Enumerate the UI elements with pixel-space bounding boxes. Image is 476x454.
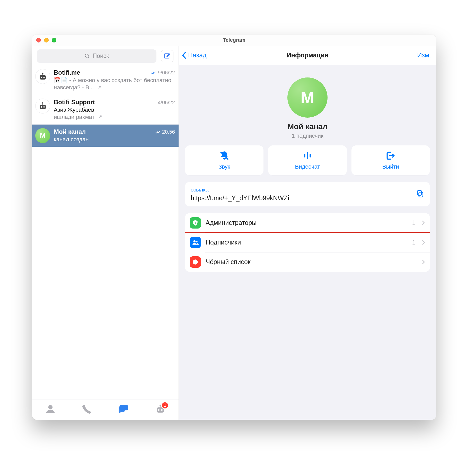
search-input[interactable]: Поиск: [37, 49, 156, 63]
channel-name: Мой канал: [287, 122, 328, 131]
chevron-right-icon: [422, 221, 425, 225]
compose-icon: [164, 53, 171, 60]
chat-preview: 📅📄 - А можно у вас создать бот бесплатно…: [54, 77, 175, 91]
chevron-right-icon: [422, 260, 425, 264]
avatar-letter: М: [40, 132, 46, 139]
read-status-icon: [155, 130, 161, 134]
subscribers-icon: [190, 237, 201, 248]
row-label: Администраторы: [206, 219, 408, 226]
tab-contacts[interactable]: [45, 404, 56, 415]
svg-point-0: [85, 54, 88, 57]
channel-subtitle: 1 подписчик: [292, 133, 323, 139]
leave-icon: [385, 151, 396, 161]
svg-point-13: [48, 405, 53, 409]
action-row: Звук Видеочат Выйти: [185, 145, 430, 175]
tab-bots-badge: 1: [162, 402, 168, 408]
svg-rect-22: [310, 154, 311, 157]
svg-rect-20: [304, 154, 305, 157]
svg-point-18: [161, 409, 163, 411]
chat-name: Botifi Support: [54, 99, 95, 106]
svg-point-12: [43, 106, 45, 107]
svg-point-17: [158, 409, 160, 411]
info-body: М Мой канал 1 подписчик Звук Видеочат: [179, 65, 436, 420]
avatar: [35, 99, 50, 114]
invite-link-label: ссылка: [191, 187, 424, 193]
svg-rect-21: [307, 152, 308, 159]
blacklist-icon: [190, 256, 201, 268]
tab-bots[interactable]: 1: [155, 404, 165, 415]
search-icon: [84, 53, 90, 59]
titlebar: Telegram: [32, 34, 436, 46]
svg-rect-10: [40, 104, 46, 109]
invite-link-value: https://t.me/+_Y_dYElWb99kNWZi: [191, 194, 424, 202]
svg-point-14: [160, 405, 161, 406]
chevron-left-icon: [182, 52, 187, 59]
svg-rect-16: [157, 407, 164, 413]
chat-list: Botifi.me 9/06/22 📅📄 - А можно у вас соз…: [32, 65, 179, 399]
pin-icon: [98, 114, 103, 120]
sidebar: Поиск Botifi.me: [32, 46, 179, 420]
sidebar-top: Поиск: [32, 46, 179, 65]
row-blacklist[interactable]: Чёрный список: [185, 252, 430, 272]
action-label: Видеочат: [295, 163, 320, 170]
channel-avatar[interactable]: М: [287, 77, 328, 118]
info-title: Информация: [287, 51, 328, 59]
edit-button[interactable]: Изм.: [417, 51, 431, 59]
row-subscribers[interactable]: Подписчики 1: [185, 233, 430, 252]
svg-point-8: [42, 102, 43, 103]
action-videochat[interactable]: Видеочат: [268, 145, 347, 175]
chevron-right-icon: [422, 240, 425, 245]
profile-block: М Мой канал 1 подписчик: [185, 77, 430, 139]
row-administrators[interactable]: Администраторы 1: [185, 213, 430, 233]
search-placeholder: Поиск: [93, 53, 109, 59]
chat-item-botifi-support[interactable]: Botifi Support 4/06/22 Азиз Журабаев ишл…: [32, 95, 179, 125]
contact-icon: [45, 404, 56, 414]
bot-icon: [38, 102, 47, 110]
svg-point-6: [41, 76, 42, 78]
chat-preview: канал создан: [54, 136, 175, 143]
svg-point-7: [43, 76, 45, 78]
invite-link-card[interactable]: ссылка https://t.me/+_Y_dYElWb99kNWZi: [185, 182, 430, 206]
tab-chats[interactable]: [119, 404, 129, 415]
chat-item-botifi-me[interactable]: Botifi.me 9/06/22 📅📄 - А можно у вас соз…: [32, 65, 179, 95]
svg-point-3: [42, 73, 43, 74]
manage-card: Администраторы 1 Подписчики 1: [185, 213, 430, 272]
read-status-icon: [151, 71, 156, 75]
row-count: 1: [412, 219, 416, 226]
info-panel: Назад Информация Изм. М Мой канал 1 подп…: [179, 46, 436, 420]
copy-icon: [416, 189, 424, 198]
action-label: Выйти: [382, 163, 399, 170]
chat-preview: Азиз Журабаев ишлади рахмат: [54, 106, 175, 121]
calls-icon: [82, 404, 92, 414]
window-title: Telegram: [32, 37, 436, 43]
avatar: [35, 69, 50, 84]
copy-link-button[interactable]: [416, 189, 424, 199]
chat-time: 9/06/22: [151, 70, 175, 76]
svg-rect-30: [194, 261, 197, 262]
action-sound[interactable]: Звук: [185, 145, 263, 175]
action-leave[interactable]: Выйти: [351, 145, 430, 175]
back-button[interactable]: Назад: [182, 51, 207, 59]
row-count: 1: [412, 239, 416, 246]
avatar-letter: М: [301, 88, 314, 107]
tabbar: 1: [32, 399, 179, 420]
back-label: Назад: [188, 51, 207, 59]
chat-time: 20:56: [155, 129, 175, 135]
avatar: М: [35, 128, 50, 143]
bot-icon: [38, 72, 47, 81]
info-header: Назад Информация Изм.: [179, 46, 436, 65]
svg-rect-5: [40, 75, 46, 79]
chat-item-my-channel[interactable]: М Мой канал 20:56 канал создан: [32, 125, 179, 147]
chat-time: 4/06/22: [158, 100, 175, 106]
row-label: Подписчики: [206, 239, 408, 246]
admins-icon: [190, 217, 201, 229]
svg-line-1: [88, 57, 89, 58]
chat-name: Botifi.me: [54, 69, 80, 76]
svg-point-28: [196, 241, 198, 242]
compose-button[interactable]: [161, 50, 173, 62]
chat-name: Мой канал: [54, 128, 86, 135]
tab-calls[interactable]: [82, 404, 92, 415]
svg-point-11: [41, 106, 42, 107]
pin-icon: [98, 84, 102, 91]
action-label: Звук: [218, 163, 230, 170]
